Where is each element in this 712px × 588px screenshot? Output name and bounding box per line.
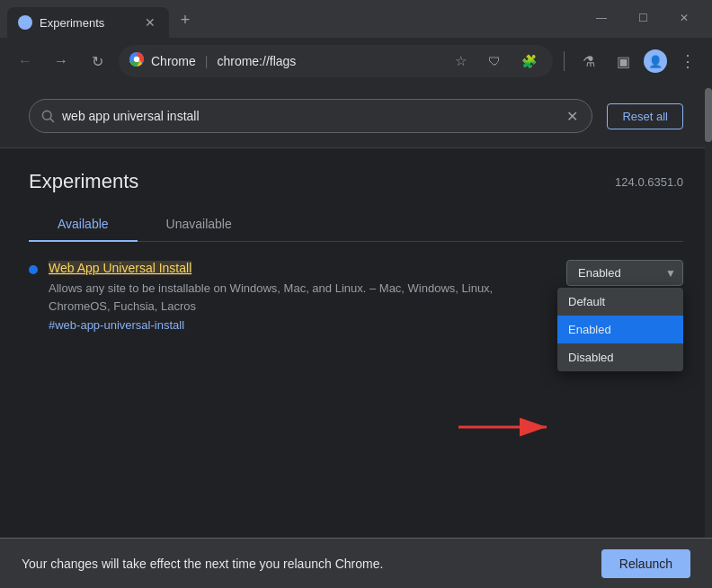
experiment-indicator-dot	[29, 265, 38, 274]
relaunch-button[interactable]: Relaunch	[601, 549, 690, 578]
search-box[interactable]: ✕	[29, 99, 592, 133]
experiments-header: Experiments 124.0.6351.0	[29, 170, 683, 193]
tab-favicon	[18, 15, 32, 30]
reload-button[interactable]: ↻	[83, 47, 111, 76]
new-tab-button[interactable]: +	[173, 7, 198, 32]
select-wrapper: Enabled ▼ Default Enabled Disabled	[566, 260, 683, 286]
svg-point-0	[22, 19, 29, 26]
dropdown-item-default[interactable]: Default	[557, 288, 683, 316]
search-bar-wrapper: ✕ Reset all	[0, 85, 712, 148]
version-text: 124.0.6351.0	[615, 175, 683, 189]
reset-all-button[interactable]: Reset all	[607, 103, 683, 129]
bookmark-star-icon[interactable]: ☆	[447, 48, 474, 75]
svg-line-5	[50, 119, 54, 122]
search-input[interactable]	[62, 109, 556, 123]
minimize-button[interactable]: —	[581, 5, 622, 31]
dropdown-item-enabled[interactable]: Enabled	[557, 316, 683, 343]
changes-message: Your changes will take effect the next t…	[22, 557, 383, 571]
dropdown-menu: Default Enabled Disabled	[557, 288, 683, 371]
tab-available[interactable]: Available	[29, 208, 138, 242]
main-content: Experiments 124.0.6351.0 Available Unava…	[0, 148, 712, 588]
title-bar: Experiments ✕ + — ☐ ✕	[0, 0, 712, 38]
lab-icon[interactable]: ⚗	[575, 48, 602, 75]
experiment-description: Allows any site to be installable on Win…	[49, 280, 556, 315]
address-bar: ← → ↻ Chrome | chrome://flags ☆ 🛡 🧩 ⚗ ▣ …	[0, 38, 712, 85]
experiment-control: Enabled ▼ Default Enabled Disabled	[566, 260, 683, 286]
search-icon	[40, 109, 55, 123]
window-controls: — ☐ ✕	[581, 5, 705, 31]
experiment-name[interactable]: Web App Universal Install	[49, 261, 191, 275]
forward-button[interactable]: →	[47, 47, 76, 76]
dropdown-item-disabled[interactable]: Disabled	[557, 343, 683, 371]
chrome-label: Chrome	[151, 54, 196, 68]
chrome-logo-icon	[129, 52, 144, 70]
back-button[interactable]: ←	[11, 47, 40, 76]
enabled-select[interactable]: Enabled	[566, 260, 683, 286]
window-close-button[interactable]: ✕	[663, 5, 705, 31]
tab-close-button[interactable]: ✕	[142, 14, 158, 31]
tab-unavailable[interactable]: Unavailable	[138, 208, 261, 242]
maximize-button[interactable]: ☐	[622, 5, 663, 31]
tab-title: Experiments	[40, 16, 135, 30]
extensions-icon[interactable]: 🧩	[515, 48, 542, 75]
experiment-link[interactable]: #web-app-universal-install	[49, 318, 556, 332]
search-clear-button[interactable]: ✕	[563, 107, 581, 125]
bottom-bar: Your changes will take effect the next t…	[0, 538, 712, 588]
tabs-row: Available Unavailable	[29, 208, 683, 242]
split-view-icon[interactable]: ▣	[610, 48, 636, 75]
experiment-item: Web App Universal Install Allows any sit…	[29, 260, 683, 332]
more-options-button[interactable]: ⋮	[674, 48, 701, 75]
url-text: chrome://flags	[217, 54, 296, 68]
shield-icon[interactable]: 🛡	[481, 48, 508, 75]
scroll-track	[705, 85, 712, 538]
toolbar-divider	[564, 51, 565, 71]
active-tab[interactable]: Experiments ✕	[7, 7, 169, 38]
scroll-thumb[interactable]	[705, 88, 712, 142]
red-arrow	[449, 409, 566, 449]
svg-point-3	[134, 57, 139, 62]
experiments-title: Experiments	[29, 170, 138, 193]
url-box[interactable]: Chrome | chrome://flags ☆ 🛡 🧩	[119, 45, 553, 77]
avatar[interactable]: 👤	[644, 49, 667, 73]
experiment-info: Web App Universal Install Allows any sit…	[49, 260, 556, 332]
